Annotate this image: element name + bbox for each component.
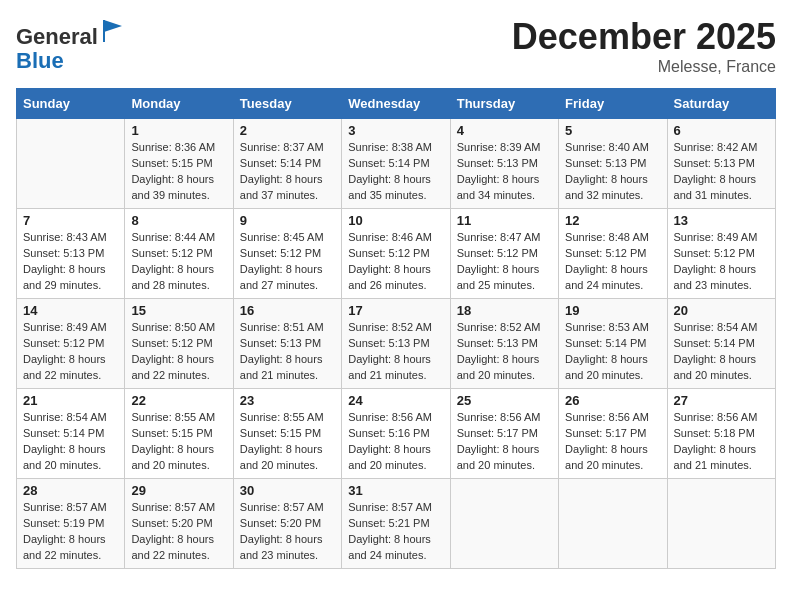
day-number: 27 (674, 393, 769, 408)
calendar-cell: 31Sunrise: 8:57 AM Sunset: 5:21 PM Dayli… (342, 479, 450, 569)
calendar-cell: 7Sunrise: 8:43 AM Sunset: 5:13 PM Daylig… (17, 209, 125, 299)
calendar-cell: 19Sunrise: 8:53 AM Sunset: 5:14 PM Dayli… (559, 299, 667, 389)
day-info: Sunrise: 8:57 AM Sunset: 5:20 PM Dayligh… (240, 500, 335, 564)
calendar-cell: 23Sunrise: 8:55 AM Sunset: 5:15 PM Dayli… (233, 389, 341, 479)
day-number: 24 (348, 393, 443, 408)
page-header: General Blue December 2025 Melesse, Fran… (16, 16, 776, 76)
month-title: December 2025 (512, 16, 776, 58)
day-info: Sunrise: 8:43 AM Sunset: 5:13 PM Dayligh… (23, 230, 118, 294)
calendar-cell: 29Sunrise: 8:57 AM Sunset: 5:20 PM Dayli… (125, 479, 233, 569)
day-info: Sunrise: 8:56 AM Sunset: 5:17 PM Dayligh… (457, 410, 552, 474)
day-info: Sunrise: 8:52 AM Sunset: 5:13 PM Dayligh… (348, 320, 443, 384)
day-number: 19 (565, 303, 660, 318)
weekday-header: Tuesday (233, 89, 341, 119)
day-number: 7 (23, 213, 118, 228)
weekday-header: Monday (125, 89, 233, 119)
calendar-cell: 15Sunrise: 8:50 AM Sunset: 5:12 PM Dayli… (125, 299, 233, 389)
day-number: 4 (457, 123, 552, 138)
day-number: 5 (565, 123, 660, 138)
day-info: Sunrise: 8:57 AM Sunset: 5:21 PM Dayligh… (348, 500, 443, 564)
logo-general: General (16, 24, 98, 49)
day-number: 6 (674, 123, 769, 138)
day-number: 25 (457, 393, 552, 408)
day-info: Sunrise: 8:51 AM Sunset: 5:13 PM Dayligh… (240, 320, 335, 384)
day-info: Sunrise: 8:54 AM Sunset: 5:14 PM Dayligh… (674, 320, 769, 384)
weekday-header: Saturday (667, 89, 775, 119)
calendar-cell: 11Sunrise: 8:47 AM Sunset: 5:12 PM Dayli… (450, 209, 558, 299)
day-number: 14 (23, 303, 118, 318)
day-number: 22 (131, 393, 226, 408)
weekday-header: Sunday (17, 89, 125, 119)
calendar-cell: 5Sunrise: 8:40 AM Sunset: 5:13 PM Daylig… (559, 119, 667, 209)
day-number: 10 (348, 213, 443, 228)
day-info: Sunrise: 8:49 AM Sunset: 5:12 PM Dayligh… (674, 230, 769, 294)
calendar-cell: 13Sunrise: 8:49 AM Sunset: 5:12 PM Dayli… (667, 209, 775, 299)
day-info: Sunrise: 8:39 AM Sunset: 5:13 PM Dayligh… (457, 140, 552, 204)
day-number: 29 (131, 483, 226, 498)
calendar-cell: 10Sunrise: 8:46 AM Sunset: 5:12 PM Dayli… (342, 209, 450, 299)
day-number: 21 (23, 393, 118, 408)
day-number: 28 (23, 483, 118, 498)
weekday-header: Thursday (450, 89, 558, 119)
day-info: Sunrise: 8:56 AM Sunset: 5:17 PM Dayligh… (565, 410, 660, 474)
logo: General Blue (16, 16, 128, 73)
location: Melesse, France (512, 58, 776, 76)
day-info: Sunrise: 8:38 AM Sunset: 5:14 PM Dayligh… (348, 140, 443, 204)
day-info: Sunrise: 8:46 AM Sunset: 5:12 PM Dayligh… (348, 230, 443, 294)
calendar-cell: 28Sunrise: 8:57 AM Sunset: 5:19 PM Dayli… (17, 479, 125, 569)
day-number: 23 (240, 393, 335, 408)
calendar-cell: 8Sunrise: 8:44 AM Sunset: 5:12 PM Daylig… (125, 209, 233, 299)
day-number: 31 (348, 483, 443, 498)
day-number: 30 (240, 483, 335, 498)
day-info: Sunrise: 8:37 AM Sunset: 5:14 PM Dayligh… (240, 140, 335, 204)
day-number: 1 (131, 123, 226, 138)
calendar-cell: 17Sunrise: 8:52 AM Sunset: 5:13 PM Dayli… (342, 299, 450, 389)
day-number: 9 (240, 213, 335, 228)
day-info: Sunrise: 8:55 AM Sunset: 5:15 PM Dayligh… (240, 410, 335, 474)
logo-blue: Blue (16, 48, 64, 73)
calendar-cell: 18Sunrise: 8:52 AM Sunset: 5:13 PM Dayli… (450, 299, 558, 389)
day-info: Sunrise: 8:50 AM Sunset: 5:12 PM Dayligh… (131, 320, 226, 384)
day-number: 20 (674, 303, 769, 318)
calendar-cell (559, 479, 667, 569)
calendar-cell: 16Sunrise: 8:51 AM Sunset: 5:13 PM Dayli… (233, 299, 341, 389)
day-info: Sunrise: 8:48 AM Sunset: 5:12 PM Dayligh… (565, 230, 660, 294)
day-number: 2 (240, 123, 335, 138)
day-info: Sunrise: 8:56 AM Sunset: 5:18 PM Dayligh… (674, 410, 769, 474)
calendar-cell: 30Sunrise: 8:57 AM Sunset: 5:20 PM Dayli… (233, 479, 341, 569)
day-number: 3 (348, 123, 443, 138)
weekday-header: Wednesday (342, 89, 450, 119)
calendar-cell: 21Sunrise: 8:54 AM Sunset: 5:14 PM Dayli… (17, 389, 125, 479)
day-info: Sunrise: 8:57 AM Sunset: 5:19 PM Dayligh… (23, 500, 118, 564)
day-number: 17 (348, 303, 443, 318)
title-block: December 2025 Melesse, France (512, 16, 776, 76)
calendar-cell: 24Sunrise: 8:56 AM Sunset: 5:16 PM Dayli… (342, 389, 450, 479)
day-info: Sunrise: 8:56 AM Sunset: 5:16 PM Dayligh… (348, 410, 443, 474)
day-number: 15 (131, 303, 226, 318)
day-info: Sunrise: 8:53 AM Sunset: 5:14 PM Dayligh… (565, 320, 660, 384)
calendar-cell (667, 479, 775, 569)
calendar-cell: 6Sunrise: 8:42 AM Sunset: 5:13 PM Daylig… (667, 119, 775, 209)
day-number: 12 (565, 213, 660, 228)
day-info: Sunrise: 8:45 AM Sunset: 5:12 PM Dayligh… (240, 230, 335, 294)
calendar-cell: 22Sunrise: 8:55 AM Sunset: 5:15 PM Dayli… (125, 389, 233, 479)
calendar-cell: 20Sunrise: 8:54 AM Sunset: 5:14 PM Dayli… (667, 299, 775, 389)
day-info: Sunrise: 8:47 AM Sunset: 5:12 PM Dayligh… (457, 230, 552, 294)
calendar-table: SundayMondayTuesdayWednesdayThursdayFrid… (16, 88, 776, 569)
day-number: 8 (131, 213, 226, 228)
calendar-cell: 14Sunrise: 8:49 AM Sunset: 5:12 PM Dayli… (17, 299, 125, 389)
day-info: Sunrise: 8:54 AM Sunset: 5:14 PM Dayligh… (23, 410, 118, 474)
calendar-cell: 1Sunrise: 8:36 AM Sunset: 5:15 PM Daylig… (125, 119, 233, 209)
day-info: Sunrise: 8:49 AM Sunset: 5:12 PM Dayligh… (23, 320, 118, 384)
calendar-cell: 12Sunrise: 8:48 AM Sunset: 5:12 PM Dayli… (559, 209, 667, 299)
calendar-cell: 26Sunrise: 8:56 AM Sunset: 5:17 PM Dayli… (559, 389, 667, 479)
calendar-cell (450, 479, 558, 569)
day-info: Sunrise: 8:55 AM Sunset: 5:15 PM Dayligh… (131, 410, 226, 474)
calendar-cell: 27Sunrise: 8:56 AM Sunset: 5:18 PM Dayli… (667, 389, 775, 479)
calendar-cell: 9Sunrise: 8:45 AM Sunset: 5:12 PM Daylig… (233, 209, 341, 299)
calendar-cell (17, 119, 125, 209)
day-number: 18 (457, 303, 552, 318)
day-info: Sunrise: 8:42 AM Sunset: 5:13 PM Dayligh… (674, 140, 769, 204)
day-info: Sunrise: 8:57 AM Sunset: 5:20 PM Dayligh… (131, 500, 226, 564)
calendar-cell: 3Sunrise: 8:38 AM Sunset: 5:14 PM Daylig… (342, 119, 450, 209)
